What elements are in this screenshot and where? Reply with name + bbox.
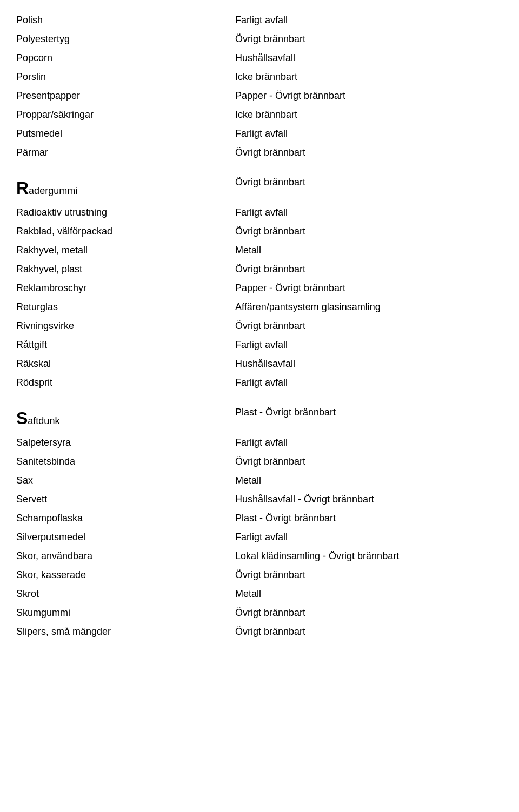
item-category: Övrigt brännbart [235,607,305,618]
item-category: Icke brännbart [235,71,297,82]
item-category-cell: Farligt avfall [235,11,503,30]
item-name: Salpetersyra [16,437,71,448]
item-name: Rivningsvirke [16,320,74,331]
item-category-cell: Affären/pantsystem glasinsamling [235,298,503,317]
list-item: Skor, användbara Lokal klädinsamling - Ö… [16,547,503,566]
item-category-cell: Övrigt brännbart [235,317,503,335]
item-category: Övrigt brännbart [235,226,305,237]
list-item: Servett Hushållsavfall - Övrigt brännbar… [16,490,503,509]
item-name-cell: Skrot [16,585,235,603]
item-name-cell: Rakhyvel, metall [16,241,235,260]
item-name: Reklambroschyr [16,283,86,293]
section-letter: R [16,178,29,198]
item-category: Farligt avfall [235,532,288,542]
item-name: Rakhyvel, metall [16,245,88,256]
list-item: Sax Metall [16,471,503,490]
list-item: Presentpapper Papper - Övrigt brännbart [16,86,503,105]
item-name-cell: Servett [16,490,235,509]
list-item: Returglas Affären/pantsystem glasinsamli… [16,298,503,317]
list-item: Radergummi Övrigt brännbart [16,173,503,203]
item-category: Metall [235,588,261,599]
section-letter: S [16,408,28,428]
item-name-cell: Skor, kasserade [16,566,235,585]
item-name-cell: Rivningsvirke [16,317,235,335]
item-name-cell: Polyestertyg [16,30,235,49]
item-category-cell: Övrigt brännbart [235,260,503,279]
item-category: Övrigt brännbart [235,320,305,331]
item-name: aftdunk [28,415,59,426]
item-name: Skor, användbara [16,551,92,561]
item-category-cell: Övrigt brännbart [235,622,503,641]
item-name: Polyestertyg [16,33,70,44]
item-category: Plast - Övrigt brännbart [235,407,336,418]
list-item: Schampoflaska Plast - Övrigt brännbart [16,509,503,528]
item-category-cell: Övrigt brännbart [235,143,503,162]
item-category-cell: Papper - Övrigt brännbart [235,279,503,298]
item-category-cell: Övrigt brännbart [235,566,503,585]
item-name: Räkskal [16,358,51,369]
list-item: Rakhyvel, plast Övrigt brännbart [16,260,503,279]
item-name-cell: Proppar/säkringar [16,105,235,124]
item-category-cell: Papper - Övrigt brännbart [235,86,503,105]
item-name: Putsmedel [16,128,62,139]
item-category: Papper - Övrigt brännbart [235,283,345,293]
item-name: Popcorn [16,52,52,63]
item-category: Övrigt brännbart [235,456,305,467]
item-name-cell: Silverputsmedel [16,528,235,547]
item-category: Lokal klädinsamling - Övrigt brännbart [235,551,399,561]
item-name-cell: Saftdunk [16,403,235,433]
item-category-cell: Metall [235,585,503,603]
item-category: Papper - Övrigt brännbart [235,90,345,101]
item-name: Silverputsmedel [16,532,85,542]
item-name-cell: Reklambroschyr [16,279,235,298]
item-name-cell: Pärmar [16,143,235,162]
item-name: Porslin [16,71,46,82]
list-item: Skor, kasserade Övrigt brännbart [16,566,503,585]
item-category-cell: Övrigt brännbart [235,30,503,49]
item-category-cell: Hushållsavfall [235,49,503,68]
item-category: Hushållsavfall [235,52,295,63]
item-name: Skor, kasserade [16,569,86,580]
item-name-cell: Polish [16,11,235,30]
item-category-cell: Farligt avfall [235,528,503,547]
list-item: Slipers, små mängder Övrigt brännbart [16,622,503,641]
item-category-cell: Farligt avfall [235,433,503,452]
item-category-cell: Farligt avfall [235,203,503,222]
item-category-cell: Övrigt brännbart [235,222,503,241]
item-category: Hushållsavfall - Övrigt brännbart [235,494,374,505]
item-name-cell: Råttgift [16,335,235,354]
item-name-cell: Putsmedel [16,124,235,143]
item-name-cell: Radergummi [16,173,235,203]
item-category: Metall [235,245,261,256]
item-name-cell: Popcorn [16,49,235,68]
list-item: Rivningsvirke Övrigt brännbart [16,317,503,335]
item-category-cell: Farligt avfall [235,124,503,143]
item-category-cell: Icke brännbart [235,105,503,124]
item-category-cell: Lokal klädinsamling - Övrigt brännbart [235,547,503,566]
list-item: Rödsprit Farligt avfall [16,373,503,392]
item-category-cell: Icke brännbart [235,68,503,86]
waste-table: Polish Farligt avfall Polyestertyg Övrig… [16,11,503,641]
list-item: Putsmedel Farligt avfall [16,124,503,143]
item-category: Övrigt brännbart [235,147,305,158]
item-name-cell: Räkskal [16,354,235,373]
list-item: Rakblad, välförpackad Övrigt brännbart [16,222,503,241]
list-item: Rakhyvel, metall Metall [16,241,503,260]
item-name: Radioaktiv utrustning [16,207,107,218]
item-category: Övrigt brännbart [235,626,305,637]
item-name-cell: Slipers, små mängder [16,622,235,641]
item-name-cell: Sanitetsbinda [16,452,235,471]
item-category: Farligt avfall [235,377,288,388]
item-category-cell: Metall [235,471,503,490]
item-name: Råttgift [16,339,47,350]
item-category-cell: Övrigt brännbart [235,452,503,471]
item-name-cell: Rödsprit [16,373,235,392]
list-item: Silverputsmedel Farligt avfall [16,528,503,547]
list-item: Sanitetsbinda Övrigt brännbart [16,452,503,471]
item-name: Skumgummi [16,607,70,618]
item-name: Polish [16,15,43,25]
item-name: Rakblad, välförpackad [16,226,112,237]
item-category-cell: Plast - Övrigt brännbart [235,403,503,433]
item-category-cell: Övrigt brännbart [235,603,503,622]
list-item: Proppar/säkringar Icke brännbart [16,105,503,124]
